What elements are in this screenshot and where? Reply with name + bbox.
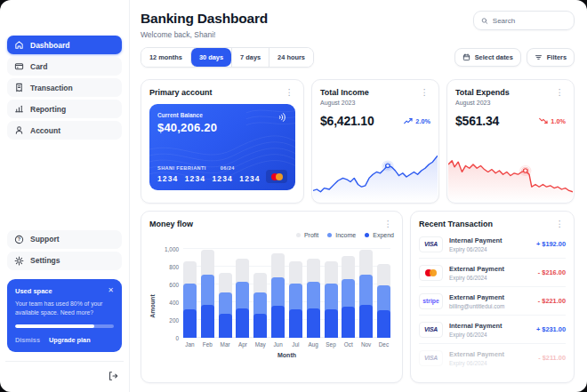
kebab-menu-icon[interactable]: ⋮ — [382, 220, 395, 228]
transaction-detail: Expiry 06/2024 — [449, 332, 503, 338]
kebab-menu-icon[interactable]: ⋮ — [284, 88, 296, 97]
money-flow-legend: ProfitIncomeExpend — [149, 232, 394, 238]
date-range-tabs: 12 months30 days7 days24 hours — [141, 47, 314, 68]
transaction-detail: billing@untitledui.com — [449, 303, 504, 309]
close-icon[interactable]: ✕ — [108, 287, 114, 294]
transaction-info: External PaymentExpiry 06/2024 — [449, 265, 504, 281]
bar-group-may[interactable] — [253, 249, 267, 338]
y-tick-label: 400 — [169, 300, 179, 306]
search-icon — [481, 17, 488, 25]
mastercard-orange-circle — [276, 173, 283, 180]
bar-group-jan[interactable] — [183, 249, 197, 338]
transaction-row[interactable]: VISAInternal PaymentExpiry 06/2024+ $192… — [419, 230, 566, 259]
y-tick-label: 600 — [169, 282, 179, 288]
bar-group-apr[interactable] — [236, 249, 249, 338]
sidebar-item-label: Reporting — [30, 105, 66, 114]
svg-text:?: ? — [18, 236, 21, 242]
user-icon — [14, 125, 24, 135]
bar-expend-aug — [307, 308, 320, 339]
home-icon — [14, 40, 24, 50]
income-change-badge: 2.0% — [404, 117, 430, 125]
card-title: Total Expends — [455, 88, 510, 97]
transaction-amount: - $216.00 — [538, 268, 566, 276]
used-space-progress — [15, 324, 114, 328]
card-expiry: 06/24 — [221, 165, 235, 171]
bar-group-nov[interactable] — [359, 249, 373, 338]
used-space-body: Your team has used 80% of your available… — [15, 300, 114, 317]
bar-group-jun[interactable] — [271, 249, 285, 338]
sidebar-item-reporting[interactable]: Reporting — [7, 100, 122, 118]
income-sparkline — [313, 152, 438, 202]
stripe-logo: stripe — [419, 293, 443, 309]
sidebar-item-settings[interactable]: Settings — [7, 252, 122, 270]
legend-dot — [327, 233, 332, 237]
bar-chart-icon — [14, 104, 24, 114]
visa-logo: VISA — [419, 236, 443, 252]
sidebar-item-label: Transaction — [30, 84, 73, 92]
sidebar-nav: Dashboard Card Transaction Reporting Acc… — [7, 36, 122, 142]
filters-button[interactable]: Filters — [527, 48, 575, 67]
bar-group-aug[interactable] — [307, 249, 320, 338]
banking-dashboard-app: Dashboard Card Transaction Reporting Acc… — [0, 0, 587, 392]
range-tab-7-days[interactable]: 7 days — [231, 48, 269, 67]
search-box[interactable] — [473, 11, 575, 30]
upgrade-plan-button[interactable]: Upgrade plan — [49, 336, 91, 344]
bar-group-feb[interactable] — [201, 249, 214, 338]
kebab-menu-icon[interactable]: ⋮ — [554, 220, 567, 228]
kebab-menu-icon[interactable]: ⋮ — [419, 88, 431, 97]
bar-group-sep[interactable] — [325, 249, 338, 338]
kebab-menu-icon[interactable]: ⋮ — [554, 88, 567, 97]
bar-group-jul[interactable] — [289, 249, 302, 338]
transaction-row[interactable]: VISAExternal PaymentExpiry 06/2024- $211… — [419, 344, 566, 372]
filter-lines-icon — [535, 53, 543, 61]
x-tick-label: Jul — [289, 341, 302, 348]
y-tick-label: 1,000 — [165, 246, 179, 252]
transaction-amount: - $221.00 — [538, 297, 566, 305]
bar-group-mar[interactable] — [219, 249, 232, 338]
filter-row: 12 months30 days7 days24 hours Select da… — [141, 47, 575, 68]
transaction-row[interactable]: External PaymentExpiry 06/2024- $216.00 — [419, 259, 566, 287]
range-tab-30-days[interactable]: 30 days — [190, 48, 231, 67]
bar-group-dec[interactable] — [377, 249, 390, 338]
select-dates-button[interactable]: Select dates — [454, 48, 521, 67]
y-tick-label: 800 — [169, 264, 179, 270]
sidebar-item-card[interactable]: Card — [7, 57, 122, 76]
transaction-amount: + $231.00 — [536, 325, 566, 333]
money-flow-plot: 02004006008001,000 — [183, 249, 390, 338]
legend-label: Income — [335, 232, 356, 238]
transaction-info: External PaymentExpiry 06/2024 — [449, 350, 504, 366]
page-subtitle: Welcome back, Shani! — [141, 30, 268, 39]
bar-group-oct[interactable] — [342, 249, 355, 338]
y-axis-title: Amount — [149, 294, 156, 317]
help-icon: ? — [14, 235, 24, 244]
legend-dot — [296, 233, 301, 237]
x-tick-label: Mar — [219, 341, 232, 348]
search-input[interactable] — [493, 17, 567, 25]
bar-expend-jul — [289, 309, 302, 339]
bars-container — [183, 249, 390, 338]
sidebar-item-account[interactable]: Account — [7, 121, 122, 140]
dismiss-button[interactable]: Dismiss — [15, 336, 40, 344]
bar-expend-jan — [183, 309, 197, 338]
sidebar-item-label: Dashboard — [30, 41, 69, 50]
transaction-amount: + $192.00 — [536, 240, 566, 248]
transaction-row[interactable]: stripeExternal Paymentbilling@untitledui… — [419, 287, 566, 316]
stat-period: August 2023 — [320, 100, 430, 106]
sidebar-item-dashboard[interactable]: Dashboard — [7, 36, 122, 54]
money-flow-card: Money flow ⋮ ProfitIncomeExpend Amount 0… — [141, 211, 403, 383]
logout-icon[interactable] — [108, 371, 118, 381]
transaction-info: Internal PaymentExpiry 06/2024 — [449, 322, 503, 338]
transaction-row[interactable]: VISAInternal PaymentExpiry 06/2024+ $231… — [419, 316, 566, 344]
bar-expend-dec — [377, 310, 390, 338]
mastercard-orange-circle — [430, 269, 437, 276]
card-title: Money flow — [149, 220, 193, 228]
bottom-row: Money flow ⋮ ProfitIncomeExpend Amount 0… — [141, 211, 575, 383]
transaction-name: Internal Payment — [449, 236, 503, 244]
bar-expend-nov — [359, 305, 373, 339]
brand-label: VISA — [424, 241, 438, 247]
range-tab-24-hours[interactable]: 24 hours — [269, 48, 313, 67]
sidebar-item-transaction[interactable]: Transaction — [7, 78, 122, 97]
range-tab-12-months[interactable]: 12 months — [141, 48, 190, 67]
total-income-card: Total Income ⋮ August 2023 $6,421.10 2.0… — [311, 79, 439, 204]
sidebar-item-support[interactable]: ? Support — [7, 230, 122, 249]
